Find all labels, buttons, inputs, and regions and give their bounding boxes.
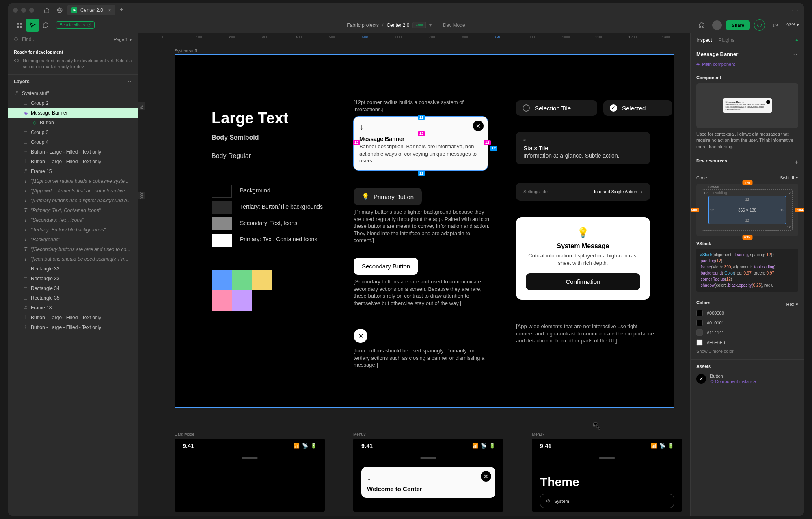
- layer-item[interactable]: □Rectangle 34: [8, 283, 138, 293]
- message-banner[interactable]: ↓ ✕ Message Banner Banner description. B…: [354, 117, 488, 170]
- layer-item[interactable]: □Group 2: [8, 98, 138, 108]
- more-icon[interactable]: ⋯: [792, 6, 799, 14]
- menu-icon[interactable]: [13, 19, 26, 32]
- code-block[interactable]: VStack(alignment: .leading, spacing: 12)…: [696, 249, 798, 292]
- section-title: Assets: [696, 364, 798, 369]
- layer-item[interactable]: T"Secondary: Text, Icons": [8, 215, 138, 225]
- layer-item[interactable]: T"Tertiary: Button/Tile backgrounds": [8, 225, 138, 235]
- phone-frame-dark[interactable]: 9:41📶📡🔋: [175, 439, 325, 512]
- breadcrumb-project[interactable]: Fabric projects: [347, 22, 379, 28]
- theme-option[interactable]: ⚙ System: [540, 494, 674, 508]
- layer-item[interactable]: □Group 3: [8, 128, 138, 137]
- ruler-tick: 1300: [662, 35, 670, 39]
- asset-row[interactable]: ✕ Button ◇Component instance: [696, 372, 798, 385]
- color-row[interactable]: #F6F6F6: [696, 337, 798, 347]
- system-message[interactable]: 💡 System Message Critical information di…: [516, 217, 650, 300]
- layers-menu-icon[interactable]: ⋯: [126, 79, 132, 84]
- web-icon[interactable]: [54, 5, 65, 15]
- more-icon[interactable]: ⋯: [792, 51, 798, 57]
- chevron-down-icon[interactable]: ▾: [429, 22, 432, 28]
- frame-label[interactable]: Menu?: [353, 432, 366, 437]
- layer-item[interactable]: #Frame 18: [8, 303, 138, 313]
- share-button[interactable]: Share: [726, 20, 750, 30]
- close-icon[interactable]: ×: [108, 7, 111, 13]
- window-controls[interactable]: [13, 8, 34, 13]
- layer-item[interactable]: T"[Secondary buttons are rare and used t…: [8, 244, 138, 254]
- layer-item[interactable]: □Rectangle 32: [8, 264, 138, 274]
- phone-frame-menu2[interactable]: 9:41📶📡🔋 Theme ⚙ System: [532, 439, 682, 512]
- phone-frame-menu1[interactable]: 9:41📶📡🔋 ✕ ↓ Welcome to Center: [353, 439, 503, 512]
- headphones-icon[interactable]: [695, 19, 708, 32]
- frame-label[interactable]: Menu?: [532, 432, 544, 437]
- color-row[interactable]: #010101: [696, 318, 798, 328]
- zoom-level[interactable]: 92% ▾: [786, 22, 799, 28]
- layer-icon: ≡: [23, 149, 28, 155]
- layer-label: Rectangle 32: [31, 266, 60, 272]
- layer-icon: ◈: [23, 110, 28, 116]
- layer-item[interactable]: □Group 4: [8, 137, 138, 147]
- inspect-tool-icon[interactable]: [26, 19, 39, 32]
- settings-tile[interactable]: Settings Tile Info and Single Action ›: [516, 183, 650, 201]
- layer-item[interactable]: ⦙Button - Large - Filled - Text only: [8, 322, 138, 332]
- layer-item[interactable]: #System stuff: [8, 89, 138, 98]
- frame-label[interactable]: Dark Mode: [175, 432, 194, 437]
- secondary-button[interactable]: Secondary Button: [354, 258, 418, 275]
- dim-badge: 12: [418, 131, 425, 136]
- play-icon[interactable]: ▷▾: [769, 19, 782, 32]
- page-selector[interactable]: Page 1▾: [114, 37, 132, 42]
- layer-icon: #: [23, 169, 28, 174]
- close-icon[interactable]: ✕: [481, 471, 491, 482]
- dev-mode-label[interactable]: Dev Mode: [443, 22, 465, 28]
- file-icon: ◈: [71, 7, 77, 13]
- close-icon[interactable]: ✕: [473, 121, 484, 131]
- layer-item[interactable]: ⦙Button - Large - Filled - Text only: [8, 157, 138, 167]
- stats-tile[interactable]: ▪▫ Stats Tile Information at-a-glance. S…: [516, 132, 650, 164]
- selection-tile[interactable]: Selection Tile: [516, 100, 597, 116]
- add-tab-icon[interactable]: +: [119, 6, 124, 14]
- add-icon[interactable]: +: [795, 159, 798, 166]
- layer-item[interactable]: □Rectangle 35: [8, 293, 138, 303]
- code-lang-selector[interactable]: SwiftUI▾: [780, 175, 798, 180]
- layer-item[interactable]: T"Background": [8, 235, 138, 244]
- frame-label[interactable]: System stuff: [175, 49, 197, 53]
- layer-item[interactable]: ◇Button: [8, 118, 138, 128]
- layer-item[interactable]: T"[12pt corner radius builds a cohesive …: [8, 176, 138, 186]
- tab-inspect[interactable]: Inspect: [696, 37, 712, 43]
- layer-item[interactable]: T"[App-wide elements that are not intera…: [8, 186, 138, 196]
- breadcrumb-file[interactable]: Center 2.0: [387, 22, 409, 28]
- beta-feedback-button[interactable]: Beta feedback: [56, 21, 95, 29]
- layer-item[interactable]: T"Primary: Text, Contained Icons": [8, 205, 138, 215]
- primary-button[interactable]: 💡 Primary Button: [354, 188, 422, 205]
- layer-item[interactable]: T"[Icon buttons should be used sparingly…: [8, 254, 138, 264]
- tab-plugins[interactable]: Plugins: [719, 37, 734, 43]
- component-instance-link[interactable]: ◇Component instance: [710, 378, 756, 384]
- show-more-colors[interactable]: Show 1 more color: [696, 347, 798, 355]
- comment-icon[interactable]: [39, 19, 52, 32]
- color-format-selector[interactable]: Hex▾: [786, 302, 798, 307]
- selected-tile[interactable]: ✓ Selected: [603, 100, 672, 116]
- file-tab[interactable]: ◈ Center 2.0 ×: [67, 5, 115, 15]
- canvas[interactable]: 0100200300400500508600700800848900100011…: [138, 33, 690, 516]
- layer-item[interactable]: ◈Message Banner: [8, 108, 138, 118]
- avatar[interactable]: [712, 20, 722, 30]
- note-radius: [12pt corner radius builds a cohesive sy…: [354, 99, 488, 113]
- layer-item[interactable]: ⦙Button - Large - Filled - Text only: [8, 313, 138, 322]
- layer-item[interactable]: T"[Primary buttons use a lighter backgro…: [8, 196, 138, 205]
- color-row[interactable]: #000000: [696, 308, 798, 318]
- layer-icon: □: [23, 276, 28, 281]
- search-input[interactable]: [22, 37, 110, 42]
- color-row[interactable]: #414141: [696, 328, 798, 337]
- diamond-icon: ◇: [710, 378, 713, 384]
- cursor-icon: ↖: [592, 419, 601, 432]
- layer-item[interactable]: □Rectangle 33: [8, 274, 138, 283]
- dev-toggle-icon[interactable]: [754, 19, 765, 31]
- home-icon[interactable]: [41, 5, 52, 15]
- confirmation-button[interactable]: Confirmation: [526, 273, 640, 290]
- layer-item[interactable]: ≡Button - Large - Filled - Text only: [8, 147, 138, 157]
- icon-button[interactable]: ✕: [354, 329, 367, 343]
- layer-item[interactable]: #Frame 15: [8, 167, 138, 176]
- chevron-down-icon[interactable]: ▾: [797, 22, 799, 27]
- diamond-icon: ◈: [696, 61, 700, 67]
- artboard-system[interactable]: Large Text Body Semibold Body Regular Ba…: [175, 54, 674, 408]
- main-component-link[interactable]: ◈ Main component: [691, 61, 804, 71]
